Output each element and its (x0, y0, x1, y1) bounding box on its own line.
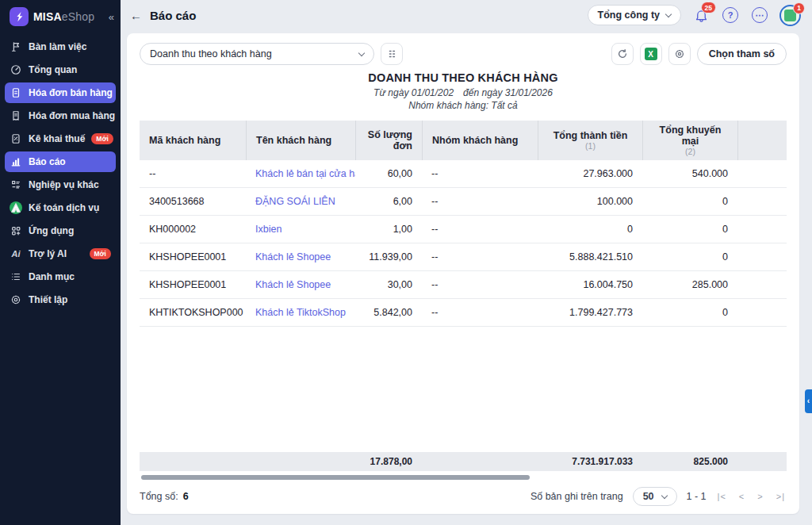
notification-count-badge: 25 (701, 2, 716, 13)
sidebar-item-danh-muc[interactable]: Danh mục (5, 266, 116, 287)
help-icon: ? (722, 7, 738, 23)
settings-gear-icon (10, 293, 22, 306)
sidebar-item-hoa-don-ban-hang[interactable]: Hóa đơn bán hàng (5, 82, 116, 103)
company-selector[interactable]: Tổng công ty (588, 5, 681, 25)
apps-grid-icon (10, 224, 22, 237)
report-title-block: DOANH THU THEO KHÁCH HÀNG Từ ngày 01/01/… (127, 71, 799, 111)
help-button[interactable]: ? (721, 6, 740, 25)
overview-icon (10, 63, 22, 76)
avatar-badge: 1 (793, 2, 805, 14)
sidebar-item-ban-lam-viec[interactable]: Bàn làm việc (5, 36, 116, 57)
total-quantity: 17.878,00 (355, 452, 422, 471)
sidebar-item-nghiep-vu-khac[interactable]: Nghiệp vụ khác (5, 174, 116, 195)
gear-icon (674, 48, 685, 59)
table-row[interactable]: KH000002 Ixbien 1,00 -- 0 0 (140, 216, 787, 243)
refresh-icon (617, 48, 628, 59)
total-amount: 7.731.917.033 (538, 452, 642, 471)
pagination: Số bản ghi trên trang 50 1 - 1 |< < > >| (530, 487, 787, 506)
page-range: 1 - 1 (687, 491, 707, 502)
back-arrow-icon[interactable]: ← (130, 9, 142, 22)
scrollbar-thumb[interactable] (141, 475, 530, 480)
report-toolbar: Doanh thu theo khách hàng X (127, 33, 799, 68)
page-size-label: Số bản ghi trên trang (530, 491, 623, 502)
report-type-select[interactable]: Doanh thu theo khách hàng (140, 43, 374, 65)
report-table: Mã khách hàng Tên khách hàng Số lượng đơ… (140, 121, 787, 471)
sidebar-item-thiet-lap[interactable]: Thiết lập (5, 289, 116, 310)
sidebar-nav: Bàn làm việc Tổng quan Hóa đơn bán hàng … (0, 33, 121, 313)
prev-page-button[interactable]: < (737, 492, 746, 501)
chevron-left-icon: ‹ (807, 397, 810, 405)
sidebar: MISAeShop « Bàn làm việc Tổng quan Hóa đ… (0, 0, 121, 525)
table-row[interactable]: KHSHOPEE0001 Khách lẻ Shopee 30,00 -- 16… (140, 271, 787, 299)
category-list-icon (10, 270, 22, 283)
table-header-row: Mã khách hàng Tên khách hàng Số lượng đơ… (140, 121, 787, 160)
side-panel-toggle[interactable]: ‹ (805, 389, 812, 413)
table-row[interactable]: KHTIKTOKSHOP000 Khách lẻ TiktokShop 5.84… (140, 299, 787, 327)
choose-params-button[interactable]: Chọn tham số (697, 43, 787, 65)
horizontal-scrollbar (140, 473, 787, 482)
customer-link[interactable]: ĐẶNG SOÁI LIÊN (246, 188, 355, 215)
customer-link[interactable]: Khách lẻ bán tại cửa hàng (246, 160, 355, 187)
avatar[interactable]: 1 (779, 5, 801, 26)
table-row[interactable]: -- Khách lẻ bán tại cửa hàng 60,00 -- 27… (140, 160, 787, 188)
sidebar-item-tong-quan[interactable]: Tổng quan (5, 59, 116, 80)
record-count: Tổng số:6 (140, 491, 189, 502)
tax-declaration-icon (10, 132, 22, 145)
logo-row: MISAeShop « (0, 0, 121, 33)
card-footer: Tổng số:6 Số bản ghi trên trang 50 1 - 1… (127, 482, 799, 514)
report-settings-button[interactable] (668, 43, 691, 65)
toolbar-right: X Chọn tham số (611, 43, 787, 65)
more-dots-icon: ⋯ (752, 7, 768, 23)
report-period: Từ ngày 01/01/202 đến ngày 31/01/2026 (127, 87, 799, 98)
sidebar-item-ke-khai-thue[interactable]: Kê khai thuế Mới (5, 128, 116, 149)
workspace-icon (10, 40, 22, 53)
brand-name: MISAeShop (33, 10, 94, 23)
sidebar-item-bao-cao[interactable]: Báo cáo (5, 151, 116, 172)
chevron-down-icon (358, 49, 365, 56)
report-chart-icon (10, 155, 22, 168)
customer-link[interactable]: Khách lẻ Shopee (246, 243, 355, 270)
table-row[interactable]: KHSHOPEE0001 Khách lẻ Shopee 11.939,00 -… (140, 243, 787, 271)
refresh-button[interactable] (611, 43, 634, 65)
more-button[interactable]: ⋯ (750, 6, 769, 25)
sidebar-item-tro-ly-ai[interactable]: Ai Trợ lý AI Mới (5, 243, 116, 264)
chevron-down-icon (661, 492, 667, 498)
app-window: MISAeShop « Bàn làm việc Tổng quan Hóa đ… (0, 0, 812, 525)
ai-assistant-icon: Ai (10, 247, 22, 260)
sidebar-item-ke-toan-dich-vu[interactable]: Kế toán dịch vụ (5, 197, 116, 218)
page-size-select[interactable]: 50 (633, 487, 677, 506)
next-page-button[interactable]: > (756, 492, 764, 501)
report-card: Doanh thu theo khách hàng X (127, 33, 799, 514)
columns-icon (386, 48, 397, 59)
customer-link[interactable]: Ixbien (246, 216, 355, 243)
total-discount: 825.000 (642, 452, 737, 471)
top-bar: ← Báo cáo Tổng công ty 25 ? ⋯ (121, 0, 812, 30)
report-list-button[interactable] (381, 43, 403, 65)
new-badge: Mới (91, 133, 113, 144)
topbar-actions: Tổng công ty 25 ? ⋯ 1 (588, 5, 801, 26)
sidebar-item-hoa-don-mua-hang[interactable]: Hóa đơn mua hàng (5, 105, 116, 126)
last-page-button[interactable]: >| (775, 492, 787, 501)
sidebar-collapse-icon[interactable]: « (109, 11, 114, 23)
first-page-button[interactable]: |< (716, 492, 728, 501)
accounting-service-icon (10, 201, 22, 214)
purchase-invoice-icon (10, 109, 22, 122)
table-totals-row: 17.878,00 7.731.917.033 825.000 (140, 452, 787, 471)
misa-logo-icon (10, 7, 29, 26)
new-badge: Mới (90, 248, 112, 259)
page-title: Báo cáo (150, 9, 196, 22)
report-customer-group: Nhóm khách hàng: Tất cả (127, 100, 799, 111)
main-area: ← Báo cáo Tổng công ty 25 ? ⋯ (121, 0, 812, 525)
customer-link[interactable]: Khách lẻ TiktokShop (246, 299, 355, 326)
export-excel-button[interactable]: X (640, 43, 662, 65)
misc-operations-icon (10, 178, 22, 191)
sidebar-item-ung-dung[interactable]: Ứng dụng (5, 220, 116, 241)
customer-link[interactable]: Khách lẻ Shopee (246, 271, 355, 298)
table-empty-space (140, 327, 787, 452)
notifications-button[interactable]: 25 (691, 6, 710, 25)
sales-invoice-icon (10, 86, 22, 99)
excel-icon: X (645, 48, 657, 60)
report-title: DOANH THU THEO KHÁCH HÀNG (127, 71, 799, 84)
chevron-down-icon (665, 10, 672, 17)
table-row[interactable]: 3400513668 ĐẶNG SOÁI LIÊN 6,00 -- 100.00… (140, 188, 787, 216)
